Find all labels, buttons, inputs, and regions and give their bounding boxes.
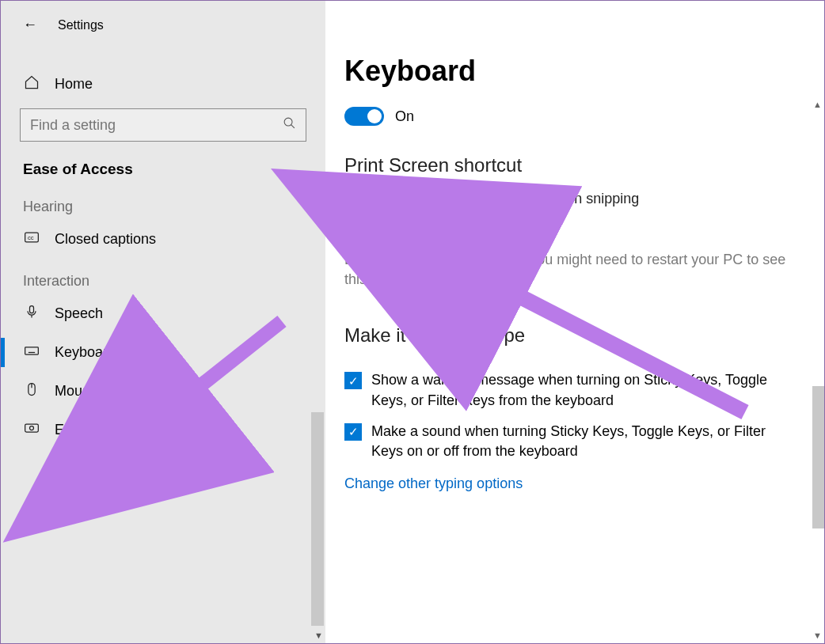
keyboard-icon [23, 343, 40, 362]
eye-icon [23, 420, 40, 440]
link-change-typing[interactable]: Change other typing options [344, 475, 793, 492]
prtscn-toggle[interactable] [344, 217, 384, 236]
check-sound-label: Make a sound when turning Sticky Keys, T… [371, 422, 788, 461]
svg-rect-4 [30, 306, 34, 313]
sidebar-section-ease: Ease of Access [1, 150, 325, 184]
app-title: Settings [58, 18, 104, 32]
cc-icon: cc [23, 229, 40, 249]
check-sound[interactable]: ✓ [344, 423, 362, 441]
sidebar-item-label: Keyboard [55, 344, 116, 361]
keyboard-main-toggle-row: On [344, 107, 793, 126]
main-scrollbar[interactable]: ▲ ▼ [811, 100, 824, 643]
home-icon [23, 74, 40, 94]
sidebar-scrollbar[interactable] [311, 412, 324, 626]
svg-rect-14 [25, 424, 39, 432]
sidebar-item-label: Closed captions [55, 231, 156, 248]
check-warning-row: ✓ Show a warning message when turning on… [344, 370, 788, 410]
svg-point-0 [284, 118, 292, 126]
mic-icon [23, 304, 40, 324]
svg-text:cc: cc [28, 234, 34, 241]
sidebar-item-speech[interactable]: Speech [1, 294, 325, 333]
check-warning-label: Show a warning message when turning on S… [371, 370, 788, 410]
sidebar-group-hearing: Hearing [1, 184, 325, 220]
back-icon[interactable]: ← [23, 17, 37, 33]
search-box[interactable] [20, 108, 306, 142]
keyboard-toggle[interactable] [344, 107, 384, 126]
mouse-icon [23, 381, 40, 401]
search-icon [283, 116, 296, 134]
svg-point-15 [30, 426, 34, 430]
sidebar-item-keyboard[interactable]: Keyboard [1, 333, 325, 372]
section-easier-title: Make it easier to type [344, 324, 793, 347]
sidebar-item-label: Eye control [55, 422, 126, 438]
page-heading: Keyboard [344, 55, 793, 88]
sidebar-item-label: Speech [55, 305, 103, 322]
scrollbar-thumb[interactable] [812, 386, 824, 528]
sidebar-item-label: Home [55, 76, 93, 93]
sidebar: ← Settings Home Ease of Access ▲ Hearing… [1, 1, 325, 643]
svg-line-1 [291, 125, 295, 128]
main-panel: Keyboard On Print Screen shortcut Use th… [325, 1, 824, 643]
sidebar-item-mouse[interactable]: Mouse [1, 372, 325, 411]
prtscn-toggle-state: On [395, 218, 414, 235]
svg-rect-6 [25, 347, 39, 354]
sidebar-group-interaction: Interaction [1, 259, 325, 294]
scroll-down-icon[interactable]: ▼ [813, 631, 822, 640]
sidebar-item-closed-captions[interactable]: cc Closed captions [1, 220, 325, 259]
prtscn-toggle-row: On [344, 217, 793, 236]
check-sound-row: ✓ Make a sound when turning Sticky Keys,… [344, 422, 788, 461]
keyboard-toggle-state: On [395, 108, 414, 125]
chevron-up-icon[interactable]: ▲ [308, 206, 317, 218]
prtscn-note: Based on other app settings, you might n… [344, 250, 788, 290]
sidebar-item-label: Mouse [55, 383, 97, 400]
prtscn-desc: Use the PrtScn button to open screen sni… [344, 191, 788, 207]
check-warning[interactable]: ✓ [344, 372, 362, 389]
search-input[interactable] [30, 117, 283, 134]
sidebar-item-home[interactable]: Home [1, 65, 325, 104]
chevron-down-icon[interactable]: ▼ [314, 631, 323, 640]
scroll-up-icon[interactable]: ▲ [813, 100, 822, 109]
section-prtscn-title: Print Screen shortcut [344, 154, 793, 176]
sidebar-item-eye-control[interactable]: Eye control [1, 411, 325, 449]
